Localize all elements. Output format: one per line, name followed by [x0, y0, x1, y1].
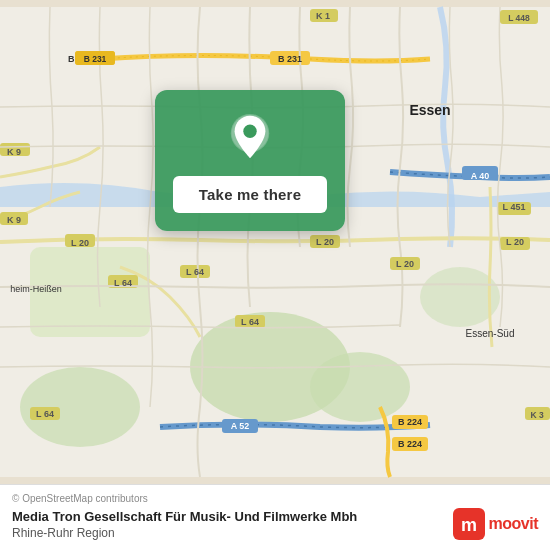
svg-text:Essen: Essen: [409, 102, 450, 118]
svg-text:K 9: K 9: [7, 147, 21, 157]
svg-text:A 52: A 52: [231, 421, 250, 431]
map-container: B 231 B 231 L 20 L 20 L 20 L 20 A 40 L 4…: [0, 0, 550, 484]
svg-text:L 20: L 20: [506, 237, 524, 247]
moovit-brand-text: moovit: [489, 515, 538, 533]
take-me-there-button[interactable]: Take me there: [173, 176, 327, 213]
svg-text:m: m: [461, 515, 477, 535]
moovit-brand-icon: m: [453, 508, 485, 540]
footer: © OpenStreetMap contributors Media Tron …: [0, 484, 550, 550]
svg-text:L 20: L 20: [71, 238, 89, 248]
svg-text:A 40: A 40: [471, 171, 490, 181]
svg-point-2: [310, 352, 410, 422]
footer-content: Media Tron Gesellschaft Für Musik- Und F…: [12, 508, 538, 540]
svg-text:B 224: B 224: [398, 439, 422, 449]
map-svg: B 231 B 231 L 20 L 20 L 20 L 20 A 40 L 4…: [0, 0, 550, 484]
svg-text:B 231: B 231: [84, 54, 107, 64]
svg-text:L 20: L 20: [396, 259, 414, 269]
moovit-logo: m moovit: [453, 508, 538, 540]
copyright-text: © OpenStreetMap contributors: [12, 493, 148, 504]
svg-text:K 3: K 3: [530, 410, 544, 420]
copyright-row: © OpenStreetMap contributors: [12, 493, 538, 504]
app: B 231 B 231 L 20 L 20 L 20 L 20 A 40 L 4…: [0, 0, 550, 550]
svg-point-53: [243, 125, 256, 138]
svg-text:L 451: L 451: [503, 202, 526, 212]
svg-text:B 231: B 231: [278, 54, 302, 64]
svg-text:L 64: L 64: [241, 317, 259, 327]
location-pin-icon: [228, 112, 272, 162]
svg-text:K 1: K 1: [316, 11, 330, 21]
svg-text:L 448: L 448: [508, 13, 530, 23]
svg-text:L 64: L 64: [186, 267, 204, 277]
svg-text:B 224: B 224: [398, 417, 422, 427]
svg-text:L 64: L 64: [36, 409, 54, 419]
place-info: Media Tron Gesellschaft Für Musik- Und F…: [12, 508, 441, 540]
svg-text:K 9: K 9: [7, 215, 21, 225]
location-card: Take me there: [155, 90, 345, 231]
svg-text:Essen-Süd: Essen-Süd: [466, 328, 515, 339]
place-name: Media Tron Gesellschaft Für Musik- Und F…: [12, 508, 441, 526]
svg-text:heim-Heißen: heim-Heißen: [10, 284, 62, 294]
svg-text:L 64: L 64: [114, 278, 132, 288]
place-region: Rhine-Ruhr Region: [12, 526, 441, 540]
svg-text:L 20: L 20: [316, 237, 334, 247]
